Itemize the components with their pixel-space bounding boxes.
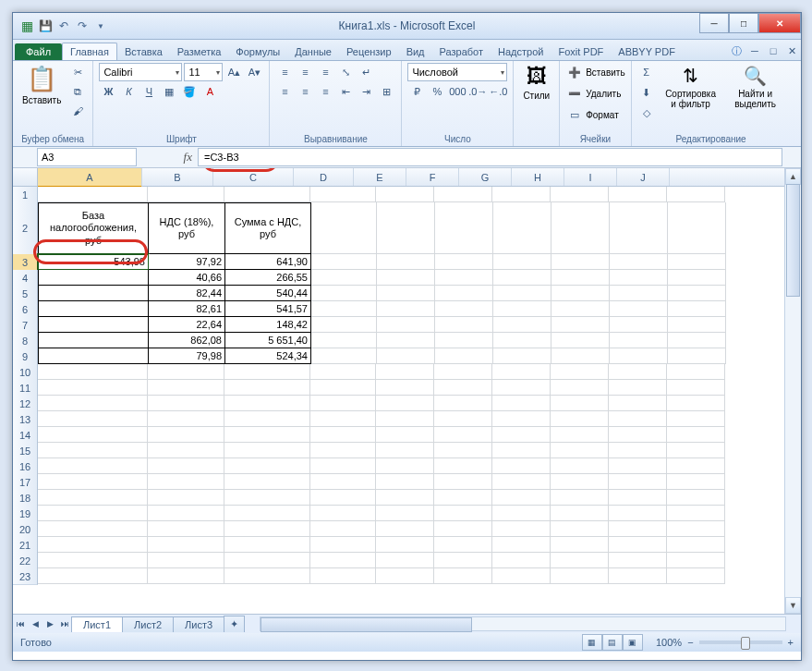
cell-E3[interactable] [377, 254, 435, 270]
row-header-12[interactable]: 12 [13, 396, 38, 412]
cell-I17[interactable] [609, 474, 667, 490]
cell-B15[interactable] [148, 443, 224, 458]
zoom-slider[interactable] [699, 640, 782, 644]
cell-B9[interactable]: 79,98 [149, 348, 225, 364]
cell-B19[interactable] [148, 506, 224, 521]
cell-A4[interactable] [38, 270, 149, 286]
row-header-19[interactable]: 19 [13, 506, 38, 522]
cell-D1[interactable] [310, 187, 376, 202]
cell-H9[interactable] [551, 348, 610, 364]
header-D[interactable] [311, 202, 377, 254]
tab-developer[interactable]: Разработ [432, 43, 491, 60]
redo-icon[interactable]: ↷ [74, 18, 91, 34]
cell-A21[interactable] [38, 537, 148, 553]
cell-J21[interactable] [667, 537, 725, 553]
cell-A18[interactable] [38, 490, 148, 506]
horizontal-scrollbar[interactable] [260, 616, 786, 631]
cell-G21[interactable] [492, 537, 551, 553]
row-header-8[interactable]: 8 [13, 333, 38, 349]
cell-A9[interactable] [38, 348, 149, 364]
cell-B16[interactable] [148, 458, 224, 474]
cell-H18[interactable] [551, 490, 609, 506]
cell-E23[interactable] [376, 568, 434, 584]
cell-C19[interactable] [224, 506, 310, 521]
font-color-icon[interactable]: A [200, 82, 219, 101]
cell-H6[interactable] [551, 301, 610, 317]
cell-I5[interactable] [610, 286, 668, 301]
cell-C16[interactable] [224, 458, 310, 474]
cell-I22[interactable] [609, 553, 667, 568]
cell-G8[interactable] [493, 333, 551, 348]
cell-E13[interactable] [376, 411, 434, 427]
cell-I6[interactable] [610, 301, 668, 317]
orientation-icon[interactable]: ⤡ [336, 63, 355, 81]
wrap-text-icon[interactable]: ↵ [357, 63, 375, 81]
cell-I4[interactable] [610, 270, 668, 286]
cell-H1[interactable] [551, 187, 609, 202]
cell-D21[interactable] [310, 537, 376, 553]
select-all-corner[interactable] [13, 168, 38, 187]
col-header-B[interactable]: B [142, 168, 213, 186]
cell-C11[interactable] [224, 380, 310, 396]
cell-E12[interactable] [376, 396, 434, 411]
col-header-E[interactable]: E [354, 168, 406, 186]
cell-J23[interactable] [667, 568, 725, 584]
cell-I3[interactable] [610, 254, 668, 270]
cell-J9[interactable] [668, 348, 726, 364]
tab-foxit[interactable]: Foxit PDF [551, 43, 611, 60]
cell-H3[interactable] [551, 254, 610, 270]
cell-A19[interactable] [38, 506, 148, 521]
cell-I12[interactable] [609, 396, 667, 411]
header-G[interactable] [493, 202, 551, 254]
tab-home[interactable]: Главная [62, 43, 117, 60]
underline-icon[interactable]: Ч [139, 82, 158, 101]
sheet-tab-3[interactable]: Лист3 [173, 616, 224, 632]
cell-A6[interactable] [38, 301, 149, 317]
border-icon[interactable]: ▦ [160, 82, 178, 101]
cell-D15[interactable] [310, 443, 376, 458]
cell-E1[interactable] [376, 187, 434, 202]
row-header-2[interactable]: 2 [13, 202, 38, 255]
number-format-dropdown[interactable]: Числовой [407, 63, 507, 81]
row-header-15[interactable]: 15 [13, 443, 38, 459]
cell-F7[interactable] [435, 317, 493, 333]
cell-J16[interactable] [667, 458, 725, 474]
cell-B13[interactable] [148, 411, 224, 427]
cell-B10[interactable] [148, 364, 224, 380]
cell-C9[interactable]: 524,34 [225, 348, 311, 364]
cell-J12[interactable] [667, 396, 725, 411]
cell-A8[interactable] [38, 333, 149, 348]
file-tab[interactable]: Файл [15, 43, 62, 60]
row-header-11[interactable]: 11 [13, 380, 38, 396]
scroll-up-icon[interactable]: ▲ [785, 168, 801, 185]
align-bottom-icon[interactable]: ≡ [316, 63, 334, 81]
sheet-tab-2[interactable]: Лист2 [122, 616, 174, 632]
header-C[interactable]: Сумма с НДС, руб [225, 202, 311, 254]
cell-B18[interactable] [148, 490, 224, 506]
cell-D6[interactable] [311, 301, 377, 317]
zoom-out-icon[interactable]: − [687, 637, 693, 648]
inc-decimal-icon[interactable]: .0→ [468, 82, 487, 101]
row-header-17[interactable]: 17 [13, 474, 38, 491]
cell-E15[interactable] [376, 443, 434, 458]
sheet-last-icon[interactable]: ⏭ [57, 616, 72, 631]
cell-J11[interactable] [667, 380, 725, 396]
bold-icon[interactable]: Ж [99, 82, 117, 101]
cell-C8[interactable]: 5 651,40 [225, 333, 311, 348]
row-header-21[interactable]: 21 [13, 537, 38, 554]
cell-J14[interactable] [667, 427, 725, 443]
shrink-font-icon[interactable]: A▾ [245, 63, 263, 81]
cell-F10[interactable] [434, 364, 492, 380]
cell-F3[interactable] [435, 254, 493, 270]
cell-I16[interactable] [609, 458, 667, 474]
cell-J5[interactable] [668, 286, 726, 301]
currency-icon[interactable]: ₽ [407, 82, 426, 101]
cell-E19[interactable] [376, 506, 434, 521]
col-header-J[interactable]: J [617, 168, 670, 186]
maximize-button[interactable]: □ [729, 13, 758, 33]
align-center-icon[interactable]: ≡ [296, 82, 314, 101]
cell-B5[interactable]: 82,44 [149, 286, 225, 301]
paste-button[interactable]: 📋 Вставить [18, 63, 65, 107]
row-header-16[interactable]: 16 [13, 458, 38, 475]
cell-A3[interactable]: 543,98 [38, 254, 149, 270]
